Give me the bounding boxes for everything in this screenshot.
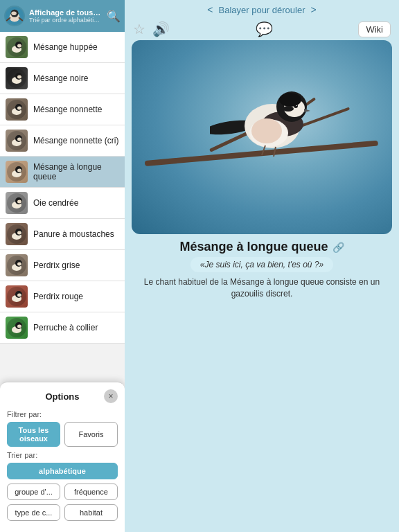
sort-row-1: alphabétique	[7, 463, 118, 479]
nav-next-arrow[interactable]: >	[311, 4, 317, 15]
sidebar-header[interactable]: Affichage de tous les... Trié par ordre …	[0, 0, 125, 32]
svg-point-29	[17, 200, 21, 204]
sidebar-item-thumb-mesange-nonnette	[6, 98, 28, 121]
toolbar-left: ☆ 🔊	[133, 21, 170, 37]
sort-habitat-button[interactable]: habitat	[64, 504, 118, 521]
sidebar-item-thumb-mesange-longue-queue	[6, 161, 28, 183]
svg-point-37	[17, 263, 21, 266]
sort-section-label: Trier par:	[7, 451, 118, 459]
options-title: Options	[21, 391, 104, 402]
comment-icon[interactable]: 💬	[256, 21, 273, 37]
wiki-button[interactable]: Wiki	[358, 21, 391, 37]
sidebar-item-mesange-longue-queue[interactable]: Mésange à longue queue	[0, 157, 125, 188]
svg-point-17	[17, 107, 21, 110]
sort-row-2: groupe d'... fréquence	[7, 484, 118, 500]
filter-section-label: Filtrer par:	[7, 410, 118, 418]
copy-icon[interactable]: 🔗	[332, 242, 344, 253]
svg-point-57	[283, 106, 294, 112]
sidebar-item-thumb-perdrix-grise	[6, 254, 28, 276]
sidebar-item-thumb-perruche-collier	[6, 317, 28, 339]
svg-point-50	[251, 118, 282, 143]
bird-svg	[210, 65, 335, 176]
sort-frequency-button[interactable]: fréquence	[64, 484, 118, 500]
options-panel: Options × Filtrer par: Tous les oiseaux …	[0, 382, 125, 532]
sidebar-item-perdrix-rouge[interactable]: Perdrix rouge	[0, 281, 125, 312]
svg-point-41	[17, 294, 21, 297]
svg-point-13	[17, 76, 21, 79]
sidebar-item-mesange-huppee[interactable]: Mésange huppée	[0, 32, 125, 63]
svg-point-21	[17, 138, 21, 141]
sidebar-item-label-mesange-nonnette-cri: Mésange nonnette (cri)	[33, 136, 118, 145]
sidebar-item-thumb-mesange-noire	[6, 67, 28, 89]
svg-line-59	[274, 147, 276, 157]
sidebar-item-label-perdrix-rouge: Perdrix rouge	[33, 292, 83, 301]
bird-quote: «Je suis ici, ça va bien, t'es où ?»	[190, 257, 333, 272]
bird-image-bg	[132, 40, 392, 234]
sidebar: Affichage de tous les... Trié par ordre …	[0, 0, 125, 532]
sidebar-item-thumb-oie-cendree	[6, 192, 28, 214]
filter-favorites-button[interactable]: Favoris	[64, 422, 118, 447]
options-close-button[interactable]: ×	[104, 389, 118, 403]
sidebar-item-label-mesange-nonnette: Mésange nonnette	[33, 105, 102, 114]
main-content: < Balayer pour dérouler > ☆ 🔊 💬 Wiki	[125, 0, 399, 532]
nav-prev-arrow[interactable]: <	[207, 4, 213, 15]
audio-icon[interactable]: 🔊	[152, 21, 170, 37]
bird-info: Mésange à longue queue 🔗 «Je suis ici, ç…	[125, 234, 399, 303]
sidebar-item-thumb-mesange-huppee	[6, 36, 28, 58]
svg-point-45	[17, 325, 21, 328]
sidebar-item-panure-moustaches[interactable]: Panure à moustaches	[0, 219, 125, 250]
options-header: Options ×	[7, 389, 118, 403]
avatar	[4, 6, 25, 26]
sidebar-item-label-mesange-longue-queue: Mésange à longue queue	[33, 162, 119, 182]
bird-image	[132, 40, 392, 234]
sidebar-item-label-oie-cendree: Oie cendrée	[33, 198, 78, 208]
sort-group-button[interactable]: groupe d'...	[7, 484, 60, 500]
sidebar-item-label-perruche-collier: Perruche à collier	[33, 323, 98, 332]
filter-all-button[interactable]: Tous les oiseaux	[7, 422, 60, 447]
bird-image-container	[125, 40, 399, 234]
sidebar-item-perruche-collier[interactable]: Perruche à collier	[0, 312, 125, 344]
sidebar-item-oie-cendree[interactable]: Oie cendrée	[0, 188, 125, 219]
sidebar-item-mesange-nonnette-cri[interactable]: Mésange nonnette (cri)	[0, 125, 125, 157]
sort-type-button[interactable]: type de c...	[7, 504, 60, 521]
sidebar-item-mesange-nonnette[interactable]: Mésange nonnette	[0, 94, 125, 125]
sidebar-item-label-panure-moustaches: Panure à moustaches	[33, 229, 114, 239]
svg-point-25	[17, 169, 21, 172]
sort-alpha-button[interactable]: alphabétique	[7, 463, 118, 479]
sidebar-item-thumb-mesange-nonnette-cri	[6, 130, 28, 152]
svg-point-9	[17, 44, 21, 48]
sidebar-item-label-mesange-huppee: Mésange huppée	[33, 42, 98, 52]
sidebar-item-mesange-noire[interactable]: Mésange noire	[0, 63, 125, 94]
main-toolbar: ☆ 🔊 💬 Wiki	[125, 19, 399, 40]
sidebar-title: Affichage de tous les...	[29, 8, 103, 17]
sidebar-subtitle: Trié par ordre alphabétique	[29, 17, 103, 24]
svg-point-33	[17, 231, 21, 235]
sidebar-header-text: Affichage de tous les... Trié par ordre …	[29, 8, 103, 24]
search-icon[interactable]: 🔍	[107, 10, 121, 23]
favorite-icon[interactable]: ☆	[133, 21, 145, 37]
bird-name-row: Mésange à longue queue 🔗	[133, 240, 391, 254]
bird-description: Le chant habituel de la Mésange à longue…	[133, 276, 391, 300]
filter-buttons-row: Tous les oiseaux Favoris	[7, 422, 118, 447]
sidebar-item-label-perdrix-grise: Perdrix grise	[33, 260, 80, 270]
bird-name: Mésange à longue queue	[179, 240, 328, 254]
svg-point-56	[279, 93, 301, 107]
sidebar-item-label-mesange-noire: Mésange noire	[33, 73, 88, 83]
svg-marker-55	[304, 109, 310, 112]
sidebar-item-perdrix-grise[interactable]: Perdrix grise	[0, 250, 125, 281]
svg-point-3	[11, 11, 16, 15]
nav-bar: < Balayer pour dérouler >	[125, 0, 399, 19]
sidebar-item-thumb-perdrix-rouge	[6, 285, 28, 308]
sidebar-item-thumb-panure-moustaches	[6, 223, 28, 245]
nav-label: Balayer pour dérouler	[218, 5, 305, 15]
sort-row-3: type de c... habitat	[7, 504, 118, 521]
